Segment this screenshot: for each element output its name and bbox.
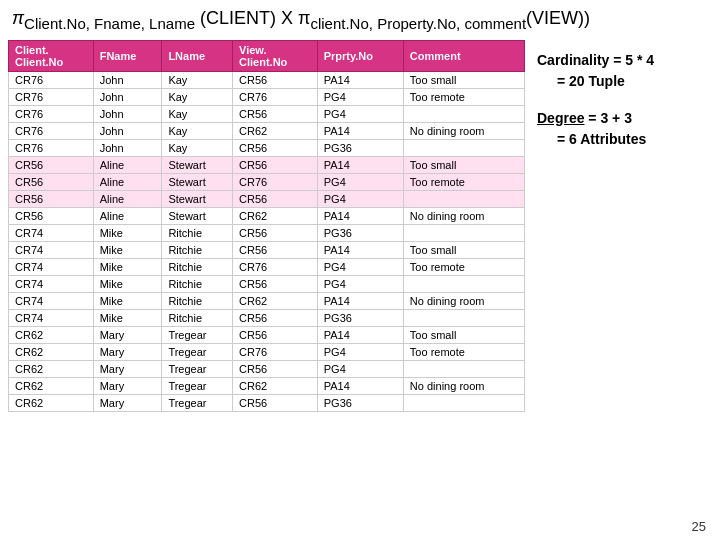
title-prefix-sub: Client.No, Fname, Lname <box>24 15 195 32</box>
table-row: CR76JohnKayCR56PG36 <box>9 139 525 156</box>
table-cell: No dining room <box>403 377 524 394</box>
table-cell <box>403 190 524 207</box>
table-cell: PG4 <box>317 105 403 122</box>
page-number: 25 <box>692 519 706 534</box>
table-cell: PG36 <box>317 309 403 326</box>
table-row: CR76JohnKayCR62PA14No dining room <box>9 122 525 139</box>
table-cell: CR62 <box>9 360 94 377</box>
table-cell: PG4 <box>317 343 403 360</box>
table-cell: Stewart <box>162 173 233 190</box>
table-cell <box>403 394 524 411</box>
table-cell: Aline <box>93 207 162 224</box>
table-cell: CR56 <box>233 224 318 241</box>
table-cell: Aline <box>93 173 162 190</box>
table-cell: Mike <box>93 224 162 241</box>
table-cell: PA14 <box>317 292 403 309</box>
col-header-fname: FName <box>93 40 162 71</box>
table-cell: CR56 <box>233 156 318 173</box>
table-cell: Ritchie <box>162 258 233 275</box>
table-cell <box>403 105 524 122</box>
right-panel: Cardinality = 5 * 4 = 20 Tuple Degree = … <box>537 40 712 412</box>
table-cell: CR56 <box>9 156 94 173</box>
table-row: CR62MaryTregearCR56PA14Too small <box>9 326 525 343</box>
table-cell: CR76 <box>233 173 318 190</box>
table-cell: Aline <box>93 156 162 173</box>
table-cell: Mary <box>93 343 162 360</box>
table-row: CR62MaryTregearCR56PG4 <box>9 360 525 377</box>
table-row: CR56AlineStewartCR76PG4Too remote <box>9 173 525 190</box>
table-row: CR74MikeRitchieCR56PG36 <box>9 224 525 241</box>
table-cell: CR76 <box>9 105 94 122</box>
table-cell: Kay <box>162 122 233 139</box>
table-cell: PG4 <box>317 275 403 292</box>
table-cell: Mike <box>93 292 162 309</box>
cardinality-box: Cardinality = 5 * 4 = 20 Tuple <box>537 50 712 92</box>
table-cell: John <box>93 71 162 88</box>
table-cell: CR62 <box>233 377 318 394</box>
degree-box: Degree = 3 + 3 = 6 Attributes <box>537 108 712 150</box>
table-cell: John <box>93 105 162 122</box>
table-cell: Too small <box>403 326 524 343</box>
table-cell: CR74 <box>9 241 94 258</box>
table-cell: Tregear <box>162 360 233 377</box>
table-cell <box>403 224 524 241</box>
table-cell <box>403 139 524 156</box>
table-cell: CR76 <box>9 71 94 88</box>
table-cell: CR74 <box>9 224 94 241</box>
table-cell: CR56 <box>9 173 94 190</box>
table-cell: Mary <box>93 360 162 377</box>
table-cell: CR76 <box>9 122 94 139</box>
table-cell: Mike <box>93 275 162 292</box>
table-cell: No dining room <box>403 292 524 309</box>
table-cell: Mike <box>93 309 162 326</box>
table-cell: Kay <box>162 71 233 88</box>
table-row: CR76JohnKayCR56PA14Too small <box>9 71 525 88</box>
table-cell: John <box>93 139 162 156</box>
table-cell: CR62 <box>9 326 94 343</box>
table-cell: CR62 <box>9 343 94 360</box>
table-cell: PA14 <box>317 377 403 394</box>
table-cell: CR74 <box>9 309 94 326</box>
table-cell: CR76 <box>233 258 318 275</box>
col-header-clientno: Client.Client.No <box>9 40 94 71</box>
table-cell: CR74 <box>9 275 94 292</box>
table-cell: CR56 <box>9 207 94 224</box>
table-cell: PG4 <box>317 258 403 275</box>
table-cell: CR62 <box>233 122 318 139</box>
table-row: CR74MikeRitchieCR56PG4 <box>9 275 525 292</box>
table-cell: Stewart <box>162 207 233 224</box>
table-cell: John <box>93 88 162 105</box>
table-row: CR74MikeRitchieCR56PA14Too small <box>9 241 525 258</box>
table-cell: CR56 <box>233 326 318 343</box>
table-cell: Kay <box>162 88 233 105</box>
col-header-comment: Comment <box>403 40 524 71</box>
table-cell: CR76 <box>9 88 94 105</box>
table-cell: Ritchie <box>162 309 233 326</box>
table-cell: PG4 <box>317 88 403 105</box>
title-suffix-sub: client.No, Property.No, comment <box>310 15 526 32</box>
cardinality-label: Cardinality <box>537 52 609 68</box>
table-row: CR74MikeRitchieCR56PG36 <box>9 309 525 326</box>
table-row: CR74MikeRitchieCR76PG4Too remote <box>9 258 525 275</box>
degree-label: Degree <box>537 110 584 126</box>
table-cell: Too remote <box>403 173 524 190</box>
table-cell: Ritchie <box>162 275 233 292</box>
cardinality-result: = 20 Tuple <box>537 73 625 89</box>
table-cell: Too remote <box>403 88 524 105</box>
table-cell: PG4 <box>317 360 403 377</box>
table-cell: CR56 <box>233 275 318 292</box>
table-cell: No dining room <box>403 207 524 224</box>
table-cell: Too small <box>403 156 524 173</box>
table-cell: CR56 <box>233 241 318 258</box>
table-row: CR74MikeRitchieCR62PA14No dining room <box>9 292 525 309</box>
degree-formula: = 3 + 3 <box>588 110 632 126</box>
table-cell: CR56 <box>233 394 318 411</box>
col-header-prprtyno: Prprty.No <box>317 40 403 71</box>
table-row: CR62MaryTregearCR56PG36 <box>9 394 525 411</box>
col-header-viewclientno: View.Client.No <box>233 40 318 71</box>
table-cell: CR74 <box>9 258 94 275</box>
table-cell <box>403 309 524 326</box>
table-cell: Ritchie <box>162 224 233 241</box>
table-cell: Stewart <box>162 190 233 207</box>
table-row: CR62MaryTregearCR76PG4Too remote <box>9 343 525 360</box>
